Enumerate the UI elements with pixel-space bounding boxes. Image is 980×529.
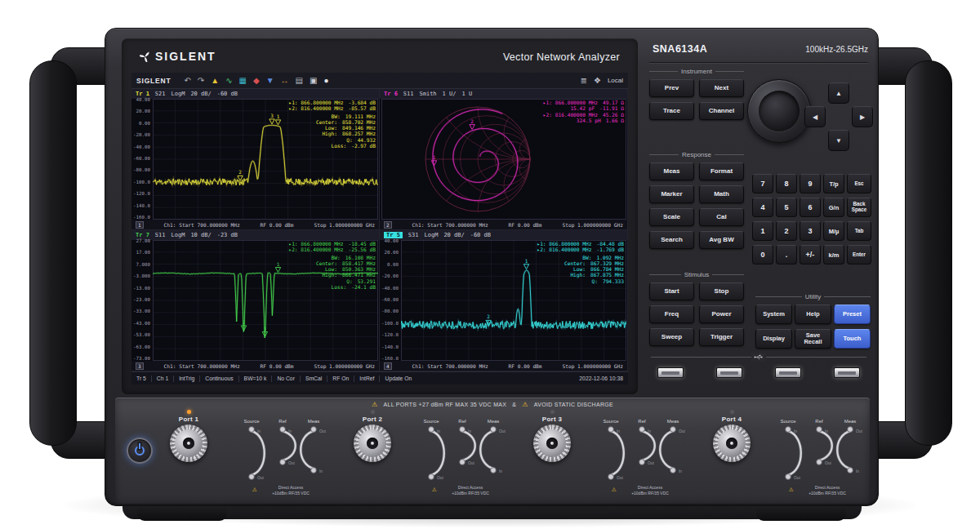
format-button[interactable]: Format [699,162,744,180]
screenshot-icon[interactable]: ▣ [310,73,317,88]
key-0[interactable]: 0 [752,245,773,264]
scale-icon[interactable]: ▦ [239,73,247,88]
rotary-knob[interactable] [747,79,811,143]
math-button[interactable]: Math [699,185,744,203]
key-8[interactable]: 8 [776,174,797,193]
display-button[interactable]: Display [755,329,792,349]
trace-button[interactable]: Trace [649,102,694,120]
readout-line: Q:794.333 [591,278,624,284]
readout-label: Low: [573,266,586,272]
redo-icon[interactable]: ↷ [198,73,204,88]
y-axis-tick: -20.00 [381,273,399,278]
trace-window-tr-5[interactable]: Tr 5S31LogM20 dB/-60 dB40.0020.000.00-20… [380,230,628,371]
trace-window-tr-1[interactable]: Tr 1S21LogM20 dB/-60 dB40.0020.000.00-20… [131,89,380,230]
trace-label: Tr 1 [136,91,149,97]
help-button[interactable]: Help [795,305,831,324]
trace-param: Smith [420,91,437,97]
key-m[interactable]: M/µ [823,221,844,241]
readout-label: Low: [325,266,337,272]
key-enter[interactable]: Enter [847,245,871,264]
power-button[interactable]: Power [699,305,744,323]
port-1-connector[interactable] [170,425,207,462]
key-1[interactable]: 1 [752,221,773,241]
key-5[interactable]: 5 [776,198,797,217]
key-g-n[interactable]: G/n [823,198,844,217]
scale-button[interactable]: Scale [649,208,694,226]
meas-button[interactable]: Meas [649,162,694,180]
arrow-left-button[interactable]: ◀ [804,106,826,127]
key-[interactable]: . [776,245,797,264]
port-3-connector[interactable] [533,425,571,462]
key-t-p[interactable]: T/p [823,174,844,193]
undo-icon[interactable]: ↶ [184,73,190,88]
window-footer: 1Ch1: Start 700.000000 MHzRF 0.00 dBmSto… [131,220,379,229]
system-button[interactable]: System [755,305,792,324]
status-item-update-on: Update On [385,376,412,381]
key-[interactable]: +/- [800,245,821,264]
arrow-up-button[interactable]: ▲ [828,82,849,104]
key-back-space[interactable]: Back Space [847,198,871,217]
touch-screen[interactable]: SIGLENT ↶↷▲∿▦◆▼↔▤▣● ≣❖ Local Tr 1S21LogM… [131,73,628,385]
usb-port-4 [834,367,860,378]
window-header: Tr 5S31LogM20 dB/-60 dB [380,230,627,240]
channel-button[interactable]: Channel [699,102,744,120]
save-icon[interactable]: ▼ [266,73,274,88]
touch-button[interactable]: Touch [834,329,871,349]
print-icon[interactable]: ▤ [296,73,303,88]
key-k-m[interactable]: k/m [823,245,844,264]
plot-body: 12▸1: 866.800000 MHz49.17 Ω15.42 pF-11.9… [380,99,627,220]
trace-icon[interactable]: ∿ [225,73,232,88]
freq-button[interactable]: Freq [649,305,694,323]
svg-text:Direct Access: Direct Access [638,485,663,490]
key-9[interactable]: 9 [800,174,821,193]
cal-button[interactable]: Cal [699,208,744,226]
y-axis-tick: -40.00 [381,286,399,291]
key-6[interactable]: 6 [800,198,821,217]
search-button[interactable]: Search [649,231,694,249]
readout-label: High: [322,131,337,136]
sweep-icon[interactable]: ↔ [281,73,289,88]
arrow-down-button[interactable]: ▼ [828,130,849,151]
key-tab[interactable]: Tab [847,221,871,241]
next-button[interactable]: Next [699,79,744,97]
usb-ports [657,367,860,378]
save-recall-button[interactable]: Save Recall [795,329,831,349]
readout-label: BW: [332,113,341,119]
trace-window-tr-7[interactable]: Tr 7S11LogM10 dB/-23 dB27.0017.007.000-3… [131,230,380,371]
key-2[interactable]: 2 [776,221,797,241]
port-4-connector[interactable] [713,425,751,462]
camera-icon[interactable]: ● [323,73,328,88]
key-3[interactable]: 3 [800,221,821,241]
measure-table-icon[interactable]: ≣ [581,73,587,88]
stop-button[interactable]: Stop [699,282,744,300]
sweep-button[interactable]: Sweep [649,328,694,346]
preset-button[interactable]: Preset [834,305,871,324]
avg-bw-button[interactable]: Avg BW [699,231,744,249]
y-axis-tick: -13.00 [133,286,150,291]
readout-line: High:868.257 MHz [322,131,376,136]
readout-label: Q: [346,137,352,143]
window-layout-icon[interactable]: ❖ [594,73,601,88]
prev-button[interactable]: Prev [649,79,694,97]
key-4[interactable]: 4 [752,198,773,217]
plot-body: 40.0020.000.00-20.00-40.00-60.00-80.00-1… [380,240,627,361]
arrow-right-button[interactable]: ▶ [852,106,873,127]
plot-area[interactable]: 123▸1: 866.800000 MHz-3.684 dB▸2: 816.40… [153,99,378,220]
power-button[interactable] [127,438,153,464]
marker-button[interactable]: Marker [649,185,694,203]
port-2-connector[interactable] [354,425,391,462]
plot-area[interactable]: 12▸1: 866.800000 MHz-84.48 dB▸2: 816.400… [401,240,626,361]
readout-label: Q: [346,278,352,284]
peak-search-icon[interactable]: ▲ [211,73,219,88]
plot-area[interactable]: 123▸1: 866.800000 MHz-18.45 dB▸2: 816.40… [153,240,378,361]
key-7[interactable]: 7 [752,174,773,193]
plot-body: 40.0020.000.00-20.00-40.00-60.00-80.00-1… [131,99,379,220]
start-button[interactable]: Start [649,282,694,300]
trace-window-tr-6[interactable]: Tr 6S11Smith1 U/1 U 12▸1: 866.800000 MHz… [380,89,628,230]
jumper-group-2: SourceInOutRefInOutMeasOutIn⚠Direct Acce… [413,416,511,498]
y-axis-tick: -53.00 [133,332,150,337]
cal-icon[interactable]: ◆ [253,73,260,88]
key-esc[interactable]: Esc [847,174,871,193]
plot-area[interactable]: 12▸1: 866.800000 MHz49.17 Ω15.42 pF-11.9… [381,99,626,220]
trigger-button[interactable]: Trigger [699,328,744,346]
